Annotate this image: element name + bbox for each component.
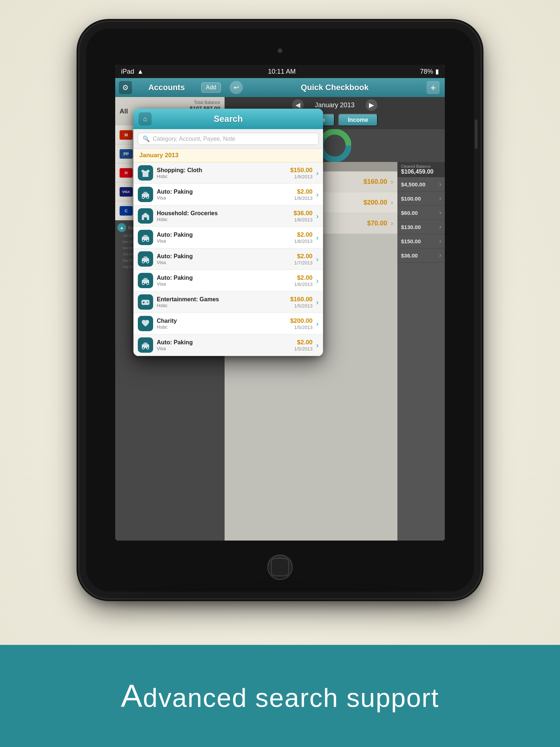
paypal-icon: PP	[120, 149, 133, 159]
cleared-label: Cleared Balance	[401, 164, 441, 169]
battery-label: 78%	[420, 68, 433, 76]
search-result-auto3[interactable]: Auto: Paking Visa $2.00 1/7/2013 ›	[133, 248, 323, 270]
balance-item-4[interactable]: $130.00 ›	[397, 220, 445, 234]
balance-item-2[interactable]: $100.00 ›	[397, 191, 445, 206]
sr-category-entertainment: Entertainment: Games	[157, 296, 287, 303]
donut-chart	[318, 129, 351, 162]
search-result-shopping[interactable]: Shopping: Cloth Hsbc $150.00 1/9/2013 ›	[133, 162, 323, 184]
power-button[interactable]	[475, 120, 478, 149]
sr-sub-entertainment: Hsbc	[157, 303, 287, 308]
svg-point-15	[142, 261, 144, 263]
income-button[interactable]: Income	[338, 114, 378, 126]
gear-button[interactable]: ⚙	[119, 81, 132, 94]
sr-right-charity-search: $200.00 1/5/2013	[290, 317, 312, 330]
sr-info-auto5: Auto: Paking Visa	[157, 339, 291, 351]
sr-date-auto2: 1/8/2013	[294, 239, 313, 244]
main-header: ↩ Quick Checkbook +	[225, 78, 445, 97]
search-result-auto5[interactable]: Auto: Paking Visa $2.00 1/5/2013 ›	[133, 334, 323, 356]
ipad-device: iPad ▲ 10:11 AM 78% ▮ ⚙ Accou	[79, 22, 481, 598]
sr-chevron-auto1: ›	[316, 190, 319, 199]
sr-info-auto1: Auto: Paking Visa	[157, 189, 291, 201]
home-button[interactable]	[267, 554, 293, 580]
svg-point-21	[143, 302, 145, 303]
sr-date-charity-search: 1/5/2013	[290, 325, 312, 330]
sr-right-entertainment: $160.00 1/5/2013	[290, 296, 312, 309]
tx-chevron-games: ›	[391, 178, 393, 186]
search-result-auto2[interactable]: Auto: Paking Visa $2.00 1/8/2013 ›	[133, 227, 323, 248]
tx-chevron-charity: ›	[391, 199, 393, 206]
banner-rest-text: dvanced search support	[143, 683, 439, 712]
search-month-label: January 2013	[139, 152, 179, 159]
sr-category-shopping: Shopping: Cloth	[157, 167, 287, 174]
search-result-auto4[interactable]: Auto: Paking Visa $2.00 1/6/2013 ›	[133, 270, 323, 291]
search-result-groceries[interactable]: Household: Groceries Hsbc $36.00 1/8/201…	[133, 205, 323, 227]
cleared-balance-header: Cleared Balance $106,459.00	[397, 162, 445, 177]
add-transaction-button[interactable]: +	[427, 81, 440, 94]
sr-amount-shopping: $150.00	[290, 167, 312, 174]
sr-right-shopping: $150.00 1/9/2013	[290, 167, 312, 179]
modal-home-button[interactable]: ⌂	[139, 112, 152, 125]
car-icon-3	[138, 251, 153, 267]
sr-right-auto2: $2.00 1/8/2013	[294, 231, 313, 244]
sr-right-auto1: $2.00 1/9/2013	[294, 188, 313, 201]
sr-sub-auto3: Visa	[157, 260, 291, 265]
all-label: All	[120, 108, 128, 115]
visa-icon: VISA	[120, 187, 133, 197]
month-label: January 2013	[315, 101, 354, 109]
sr-category-charity-search: Charity	[157, 318, 287, 324]
search-result-entertainment[interactable]: Entertainment: Games Hsbc $160.00 1/5/20…	[133, 291, 323, 313]
sr-sub-auto4: Visa	[157, 281, 291, 287]
car-icon-5	[138, 337, 153, 353]
total-balance-label: Total Balance	[190, 100, 220, 105]
sr-right-auto4: $2.00 1/6/2013	[294, 274, 313, 287]
sr-info-auto4: Auto: Paking Visa	[157, 275, 291, 287]
svg-point-26	[147, 347, 149, 349]
sr-sub-groceries: Hsbc	[157, 217, 290, 222]
search-modal-title: Search	[214, 114, 243, 124]
ipad-reflection	[116, 587, 444, 616]
sr-amount-auto5: $2.00	[294, 339, 313, 346]
sr-amount-auto4: $2.00	[294, 274, 313, 282]
search-result-charity[interactable]: Charity Hsbc $200.00 1/5/2013 ›	[133, 313, 323, 334]
svg-point-12	[142, 239, 144, 241]
balance-item-3[interactable]: $60.00 ›	[397, 206, 445, 220]
balance-item-5[interactable]: $150.00 ›	[397, 234, 445, 248]
heart-icon-search	[138, 316, 153, 331]
hsbc-icon: H	[120, 168, 133, 178]
status-right: 78% ▮	[420, 67, 439, 76]
banner-capital-letter: A	[121, 678, 143, 714]
svg-point-19	[147, 282, 149, 285]
home-button-inner	[271, 558, 289, 576]
search-icon: 🔍	[143, 135, 150, 142]
sr-amount-entertainment: $160.00	[290, 296, 312, 303]
balance-item-6[interactable]: $36.00 ›	[397, 248, 445, 263]
sr-category-auto3: Auto: Paking	[157, 253, 291, 260]
sr-sub-auto1: Visa	[157, 195, 291, 201]
sr-date-auto1: 1/9/2013	[294, 196, 313, 201]
sr-chevron-entertainment: ›	[316, 298, 319, 306]
search-month-header: January 2013	[133, 149, 323, 162]
search-result-auto1[interactable]: Auto: Paking Visa $2.00 1/9/2013 ›	[133, 184, 323, 205]
search-input-inner[interactable]: 🔍 Category, Account, Payee, Note	[138, 133, 319, 145]
search-placeholder: Category, Account, Payee, Note	[153, 136, 314, 142]
balance-item-1[interactable]: $4,500.00 ›	[397, 177, 445, 191]
svg-point-9	[142, 196, 144, 198]
sr-category-groceries: Household: Groceries	[157, 210, 290, 217]
sr-sub-charity-search: Hsbc	[157, 324, 287, 330]
next-month-button[interactable]: ▶	[366, 99, 377, 111]
tx-amount-games: $160.00	[363, 178, 387, 186]
sr-info-charity-search: Charity Hsbc	[157, 318, 287, 330]
svg-point-25	[142, 347, 144, 349]
sr-right-auto3: $2.00 1/7/2013	[294, 253, 313, 266]
wifi-icon: ▲	[137, 68, 144, 76]
shirt-icon	[138, 165, 153, 181]
main-title: Quick Checkbook	[301, 83, 369, 92]
car-icon-2	[138, 230, 153, 245]
sr-category-auto4: Auto: Paking	[157, 275, 291, 281]
add-account-button[interactable]: Add	[201, 82, 221, 93]
sr-info-entertainment: Entertainment: Games Hsbc	[157, 296, 287, 308]
sr-amount-charity-search: $200.00	[290, 317, 312, 325]
svg-point-13	[147, 239, 149, 241]
tx-amount-charity: $200.00	[363, 199, 387, 206]
back-button[interactable]: ↩	[230, 81, 243, 94]
